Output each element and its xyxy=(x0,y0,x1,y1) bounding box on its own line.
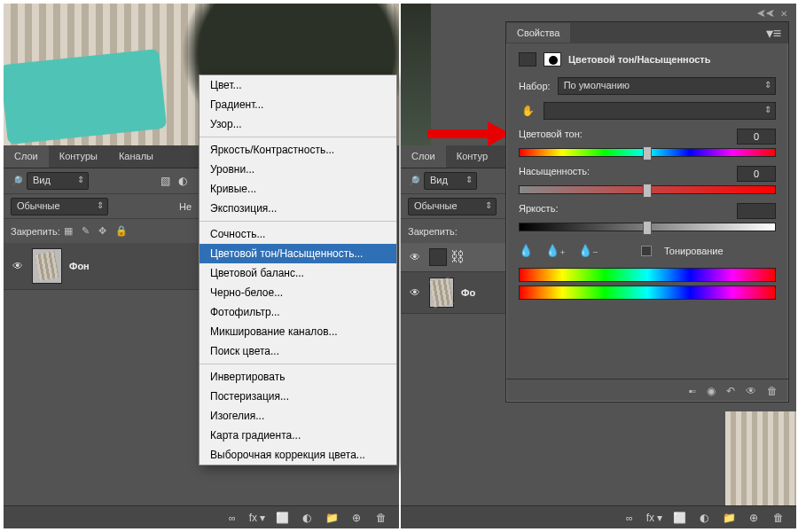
group-icon[interactable]: 📁 xyxy=(323,509,340,527)
lock-pixels-icon[interactable]: ▦ xyxy=(64,225,73,237)
menu-exposure[interactable]: Экспозиция... xyxy=(200,199,396,218)
preset-select[interactable]: По умолчанию xyxy=(558,77,776,95)
properties-panel: Свойства ▾≡ Цветовой тон/Насыщенность На… xyxy=(505,21,789,403)
view-previous-icon[interactable]: ◉ xyxy=(707,385,716,397)
layer-mask-icon[interactable] xyxy=(544,52,561,66)
menu-selective-color[interactable]: Выборочная коррекция цвета... xyxy=(200,445,396,465)
trash-icon[interactable]: 🗑 xyxy=(770,509,787,527)
delete-adjustment-icon[interactable]: 🗑 xyxy=(767,385,778,397)
menu-solid-color[interactable]: Цвет... xyxy=(200,75,396,95)
menu-invert[interactable]: Инвертировать xyxy=(200,367,396,387)
menu-color-lookup[interactable]: Поиск цвета... xyxy=(200,341,396,361)
lightness-slider[interactable] xyxy=(519,223,776,231)
tab-layers[interactable]: Слои xyxy=(4,145,49,168)
filter-img-icon[interactable]: ▧ xyxy=(156,172,174,190)
link-layers-icon[interactable]: ∞ xyxy=(621,509,638,527)
hue-slider[interactable] xyxy=(519,148,776,157)
layer-filter-row: 🔎 Вид ▧ ◐ xyxy=(4,168,199,193)
color-range-select[interactable] xyxy=(544,102,776,120)
reset-icon[interactable]: ↶ xyxy=(726,385,735,397)
visibility-icon[interactable]: 👁 xyxy=(408,286,422,299)
adjustment-layer-icon[interactable]: ◐ xyxy=(695,509,713,527)
visibility-icon[interactable]: 👁 xyxy=(11,260,25,272)
link-icon-small: ⛓ xyxy=(450,249,465,265)
canvas-strip-hair xyxy=(401,4,431,163)
menu-posterize[interactable]: Постеризация... xyxy=(200,387,396,406)
link-layers-icon[interactable]: ∞ xyxy=(223,509,241,527)
properties-title: Цветовой тон/Насыщенность xyxy=(568,54,711,65)
menu-pattern[interactable]: Узор... xyxy=(200,114,396,134)
search-icon: 🔎 xyxy=(11,176,23,187)
adjustment-layer-icon[interactable]: ◐ xyxy=(298,509,316,527)
menu-brightness-contrast[interactable]: Яркость/Контрастность... xyxy=(200,140,396,160)
layer-thumbnail-right[interactable] xyxy=(429,278,454,308)
filter-adj-icon[interactable]: ◐ xyxy=(174,172,192,190)
spectrum-bottom xyxy=(519,286,776,300)
search-icon: 🔎 xyxy=(408,176,420,187)
mask-icon[interactable]: ⬜ xyxy=(273,509,291,527)
colorize-label: Тонирование xyxy=(664,246,724,256)
trash-icon[interactable]: 🗑 xyxy=(372,509,390,527)
canvas-strip-lower xyxy=(725,411,796,518)
clip-to-layer-icon[interactable]: ▪▫ xyxy=(688,385,696,397)
lock-row: Закрепить: ▦ ✎ ✥ 🔒 xyxy=(4,218,199,243)
tab-layers-right[interactable]: Слои xyxy=(401,145,446,168)
layer-thumbnail[interactable] xyxy=(32,248,62,284)
hue-value[interactable]: 0 xyxy=(737,129,776,145)
layer-row-background[interactable]: 👁 Фон xyxy=(4,243,199,290)
new-layer-icon[interactable]: ⊕ xyxy=(348,509,365,527)
tab-channels[interactable]: Каналы xyxy=(108,145,164,168)
lock-move-icon[interactable]: ✥ xyxy=(98,225,106,237)
lightness-value[interactable] xyxy=(737,203,776,219)
panel-flyout-controls: ⮜⮜ ✕ xyxy=(757,9,787,19)
panel-menu-icon[interactable]: ▾≡ xyxy=(759,25,788,42)
layers-bottom-bar-right: ∞ fx ▾ ⬜ ◐ 📁 ⊕ 🗑 xyxy=(401,505,796,528)
toggle-visibility-icon[interactable]: 👁 xyxy=(746,385,756,397)
fx-icon[interactable]: fx ▾ xyxy=(248,509,266,527)
colorize-checkbox[interactable] xyxy=(641,246,652,256)
fx-icon[interactable]: fx ▾ xyxy=(645,509,663,527)
menu-gradient-map[interactable]: Карта градиента... xyxy=(200,426,396,445)
menu-levels[interactable]: Уровни... xyxy=(200,160,396,179)
preset-label: Набор: xyxy=(519,81,551,91)
eyedropper-add-icon[interactable]: 💧₊ xyxy=(545,244,566,257)
layer-filter-row-right: 🔎 Вид xyxy=(401,168,507,193)
menu-curves[interactable]: Кривые... xyxy=(200,179,396,199)
annotation-arrow xyxy=(427,123,516,145)
menu-color-balance[interactable]: Цветовой баланс... xyxy=(200,263,396,283)
layer-row-adjustment[interactable]: 👁 ⛓ xyxy=(401,243,507,272)
lock-brush-icon[interactable]: ✎ xyxy=(82,225,90,237)
mask-icon[interactable]: ⬜ xyxy=(670,509,688,527)
collapse-icon[interactable]: ⮜⮜ xyxy=(757,9,775,19)
filter-kind-select-right[interactable]: Вид xyxy=(424,172,477,190)
menu-black-white[interactable]: Черно-белое... xyxy=(200,283,396,302)
blend-mode-select[interactable]: Обычные xyxy=(11,198,108,215)
saturation-slider[interactable] xyxy=(519,185,776,194)
saturation-value[interactable]: 0 xyxy=(737,166,776,182)
layers-bottom-bar-left: ∞ fx ▾ ⬜ ◐ 📁 ⊕ 🗑 xyxy=(4,505,399,528)
menu-hue-saturation[interactable]: Цветовой тон/Насыщенность... xyxy=(200,244,396,263)
tab-paths[interactable]: Контуры xyxy=(49,145,108,168)
close-panel-icon[interactable]: ✕ xyxy=(780,9,787,19)
layer-name: Фон xyxy=(69,261,90,271)
opacity-stub: Не xyxy=(179,201,192,212)
menu-photo-filter[interactable]: Фотофильтр... xyxy=(200,302,396,322)
group-icon[interactable]: 📁 xyxy=(720,509,738,527)
menu-channel-mixer[interactable]: Микширование каналов... xyxy=(200,322,396,341)
eyedropper-icon[interactable]: 💧 xyxy=(519,244,533,257)
visibility-icon[interactable]: 👁 xyxy=(408,251,422,263)
lock-all-icon[interactable]: 🔒 xyxy=(115,225,128,237)
saturation-label: Насыщенность: xyxy=(519,166,590,182)
menu-vibrance[interactable]: Сочность... xyxy=(200,224,396,244)
blend-mode-select-right[interactable]: Обычные xyxy=(408,198,497,215)
new-layer-icon[interactable]: ⊕ xyxy=(745,509,763,527)
tab-paths-right[interactable]: Контур xyxy=(446,145,498,168)
menu-gradient[interactable]: Градиент... xyxy=(200,95,396,114)
targeted-adjust-icon[interactable]: ✋ xyxy=(519,102,536,120)
menu-threshold[interactable]: Изогелия... xyxy=(200,406,396,426)
eyedropper-sub-icon[interactable]: 💧₋ xyxy=(578,244,598,257)
layer-row-background-right[interactable]: 👁 Фо xyxy=(401,272,507,314)
tab-properties[interactable]: Свойства xyxy=(506,23,570,43)
filter-kind-select[interactable]: Вид xyxy=(27,172,89,190)
left-screenshot: Слои Контуры Каналы 🔎 Вид ▧ ◐ Обычные Не… xyxy=(4,4,399,528)
